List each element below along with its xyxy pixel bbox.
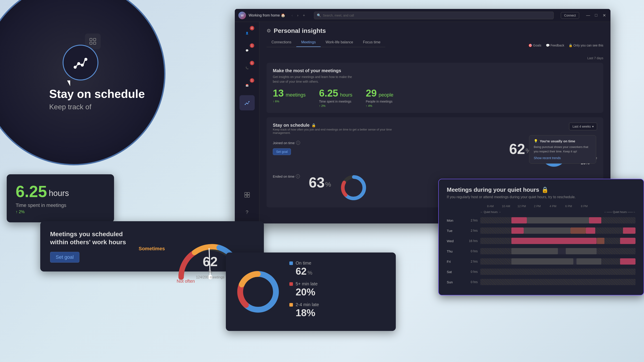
sidebar-item-calls[interactable]: 📞 1 (240, 60, 255, 75)
quiet-row-thu: Thu 0 hrs (447, 247, 636, 256)
float-hours-trend: ↑ 2% (16, 210, 105, 214)
wed-bars (480, 238, 636, 244)
grid-icon (244, 192, 250, 198)
minimize-button[interactable]: — (586, 13, 591, 18)
time-label-6pm: 6 PM (561, 204, 576, 208)
title-bar: W Working from home 🏠 ‹ › + 🔍 Search, me… (235, 9, 610, 22)
schedule-card-desc: Keep track of how often you join and end… (273, 128, 407, 134)
sidebar-item-grid[interactable] (240, 187, 255, 202)
circle-subheading-text: Keep track of (49, 103, 92, 111)
nav-forward[interactable]: › (296, 12, 300, 18)
nav-back[interactable]: ‹ (290, 12, 294, 18)
quiet-row-sat: Sat 0 hrs (447, 267, 636, 276)
activity-icon: 👤 (246, 32, 249, 35)
tab-work-life[interactable]: Work-life balance (321, 38, 358, 47)
insights-tabs: Connections Meetings Work-life balance F… (266, 38, 385, 47)
ended-label-wrapper: Ended on time i (273, 174, 300, 180)
quiet-title: Meetings during your quiet hours 🔒 (447, 186, 636, 193)
people-unit: people (378, 92, 393, 98)
help-icon: ? (246, 209, 248, 215)
chat-badge: 1 (250, 43, 254, 48)
tue-bars (480, 228, 636, 234)
svg-line-8 (76, 64, 78, 67)
meetings-trend: ↑ 6% (273, 100, 306, 103)
hours-value: 6.25 (319, 88, 338, 98)
show-trends-link[interactable]: Show recent trends (534, 156, 592, 160)
joined-value: 62 % (509, 141, 532, 157)
search-bar[interactable]: 🔍 Search, meet, and call (314, 12, 554, 19)
svg-point-7 (85, 58, 87, 60)
nav-add[interactable]: + (301, 12, 306, 18)
calendar-badge: 1 (250, 78, 254, 83)
svg-rect-19 (247, 192, 250, 195)
only-you-text: 🔒 Only you can see this (569, 43, 603, 47)
feedback-link[interactable]: 💬 Feedback (546, 43, 564, 47)
float-meetings-title: Meetings you scheduled within others' wo… (50, 230, 126, 247)
nav-icon-circle[interactable] (62, 45, 98, 80)
period-dropdown[interactable]: Last 4 weeks ▾ (569, 123, 597, 130)
connect-button[interactable]: Connect (561, 12, 579, 19)
ontime-blue-dot (289, 261, 293, 265)
feedback-icon: 💬 (546, 43, 550, 47)
meetings-count: 13 (273, 88, 284, 98)
joined-info-icon[interactable]: i (296, 141, 300, 145)
people-value: 29 (366, 88, 377, 98)
schedule-lock-icon: 🔒 (312, 123, 316, 127)
sidebar-item-insights[interactable] (240, 95, 255, 110)
tab-meetings[interactable]: Meetings (296, 38, 321, 47)
float-set-goal-button[interactable]: Set goal (50, 252, 80, 263)
hours-unit: hours (340, 92, 352, 98)
ended-value: 63 % (309, 174, 331, 191)
lightbulb-icon: 💡 (534, 139, 538, 143)
sidebar-item-activity[interactable]: 👤 4 (240, 25, 255, 41)
sun-bars (480, 279, 636, 285)
time-label-10am: 10 AM (498, 204, 514, 208)
user-avatar: W (238, 12, 246, 19)
tooltip-title: 💡 You're usually on time (534, 139, 592, 143)
sidebar-item-help[interactable]: ? (240, 205, 255, 220)
mon-bars (480, 217, 636, 223)
sat-bars (480, 269, 636, 275)
set-goal-button[interactable]: Set goal (273, 148, 291, 155)
last-period-label: Last 7 days (587, 56, 603, 60)
ended-pct: % (325, 181, 331, 191)
sidebar-item-chat[interactable]: 💬 1 (240, 43, 255, 58)
insights-actions-row: Connections Meetings Work-life balance F… (266, 38, 603, 52)
time-label-4pm: 4 PM (545, 204, 561, 208)
chevron-down-icon: ▾ (592, 125, 594, 128)
quiet-desc: If you regularly host or attend meetings… (447, 195, 636, 199)
goals-link[interactable]: 🎯 Goals (528, 43, 541, 47)
metric-hours: 6.25 hours Time spent in meetings ↑ 2% (319, 88, 352, 107)
activity-badge: 4 (250, 26, 254, 30)
background-circle (0, 0, 166, 165)
window-controls: — □ ✕ (586, 13, 607, 18)
float-hours-unit: hours (49, 189, 69, 201)
stats-card-desc: Get insights on your meetings and learn … (273, 75, 358, 84)
svg-rect-1 (94, 38, 96, 41)
ontime-legend-item-late24: 2-4 min late 18% (289, 302, 386, 319)
ontime-legend-item-late5: 5+ min late 20% (289, 281, 386, 298)
quiet-timeline-header: 8 AM 10 AM 12 PM 2 PM 4 PM 6 PM 8 PM (447, 204, 636, 208)
fri-bars (480, 258, 636, 265)
close-button[interactable]: ✕ (602, 13, 607, 18)
svg-rect-21 (247, 195, 250, 197)
time-label-8am: 8 AM (482, 204, 498, 208)
sidebar-item-calendar[interactable]: 📅 1 (240, 78, 255, 93)
ended-info-icon[interactable]: i (296, 174, 300, 178)
ended-donut-chart (340, 174, 367, 201)
svg-rect-20 (245, 195, 247, 197)
joined-metric: Joined on time i Set goal (273, 141, 500, 155)
lock-icon: 🔒 (569, 43, 572, 47)
float-ontime-card: On time 62 % 5+ min late 20% 2-4 min lat… (226, 253, 396, 331)
hours-label: Time spent in meetings (319, 100, 352, 103)
quiet-row-sun: Sun 0 hrs (447, 278, 636, 287)
left-sidebar: 👤 4 💬 1 📞 1 📅 1 (235, 22, 260, 223)
tab-focus-time[interactable]: Focus time (358, 38, 385, 47)
svg-point-5 (78, 62, 80, 65)
maximize-button[interactable]: □ (594, 13, 599, 18)
svg-point-13 (247, 103, 248, 104)
quiet-row-fri: Fri 2 hrs (447, 257, 636, 266)
svg-point-14 (248, 101, 249, 102)
chat-icon: 💬 (246, 49, 249, 52)
tab-connections[interactable]: Connections (266, 38, 296, 47)
